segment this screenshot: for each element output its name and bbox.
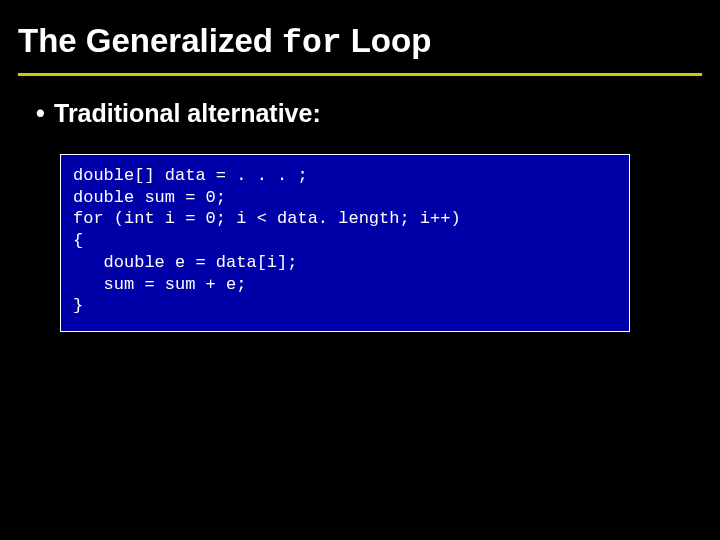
- title-mono-for: for: [282, 25, 341, 62]
- bullet-item: • Traditional alternative:: [36, 98, 684, 128]
- code-block: double[] data = . . . ; double sum = 0; …: [60, 154, 630, 332]
- bullet-marker: •: [36, 98, 54, 128]
- title-text-1: The Generalized: [18, 22, 282, 59]
- bullet-text: Traditional alternative:: [54, 98, 321, 128]
- slide-title: The Generalized for Loop: [18, 22, 702, 63]
- title-text-2: Loop: [342, 22, 432, 59]
- slide: The Generalized for Loop • Traditional a…: [0, 0, 720, 540]
- body-area: • Traditional alternative: double[] data…: [0, 76, 720, 332]
- code-content: double[] data = . . . ; double sum = 0; …: [73, 165, 617, 317]
- title-area: The Generalized for Loop: [0, 0, 720, 67]
